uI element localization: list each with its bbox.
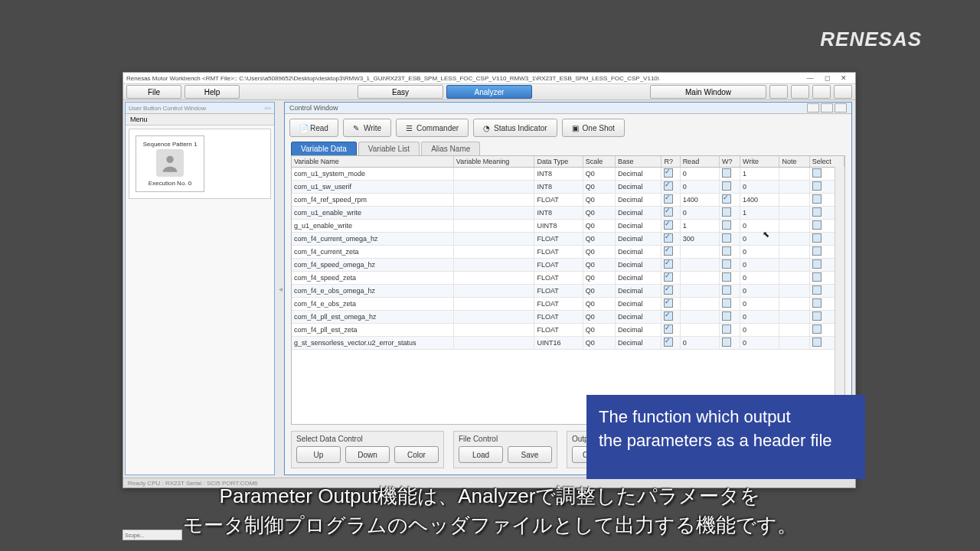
table-row[interactable]: com_f4_pll_est_zetaFLOATQ0Decimal0 (292, 324, 844, 337)
col-read[interactable]: Read (680, 156, 719, 168)
tab-variable-list[interactable]: Variable List (358, 142, 420, 155)
col-name[interactable]: Variable Name (292, 156, 453, 168)
write-button[interactable]: ✎Write (343, 119, 391, 137)
file-menu[interactable]: File (126, 85, 181, 99)
help-menu[interactable]: Help (185, 85, 240, 99)
table-row[interactable]: com_f4_speed_omega_hzFLOATQ0Decimal0 (292, 259, 844, 272)
read-icon: 📄 (299, 124, 307, 132)
status-indicator-button[interactable]: ◔Status Indicator (473, 119, 557, 137)
window-close[interactable]: ✕ (835, 73, 852, 83)
mouse-cursor-icon: ⬉ (763, 230, 769, 240)
execution-number: Execution No. 0 (149, 180, 191, 187)
load-button[interactable]: Load (459, 446, 503, 463)
col-dtype[interactable]: Data Type (534, 156, 583, 168)
grid-scrollbar[interactable] (835, 167, 844, 424)
select-data-control-group: Select Data Control Up Down Color (291, 431, 444, 468)
layout-icon-4[interactable] (834, 85, 852, 99)
down-button[interactable]: Down (345, 446, 390, 463)
analyzer-mode-button[interactable]: Analyzer (446, 85, 532, 99)
fc-label: File Control (459, 435, 552, 443)
table-row[interactable]: g_st_sensorless_vector.u2_error_statusUI… (292, 337, 844, 350)
color-button[interactable]: Color (394, 446, 439, 463)
layout-icon-2[interactable] (791, 85, 809, 99)
table-row[interactable]: com_u1_sw_userifINT8Q0Decimal00 (292, 181, 844, 194)
cw-min[interactable] (807, 103, 819, 112)
file-control-group: File Control Load Save (453, 431, 557, 468)
table-row[interactable]: com_f4_e_obs_zetaFLOATQ0Decimal0 (292, 298, 844, 311)
window-minimize[interactable]: — (802, 73, 818, 83)
main-window-button[interactable]: Main Window (650, 85, 766, 99)
oneshot-icon: ▣ (572, 124, 580, 132)
save-button[interactable]: Save (508, 446, 552, 463)
brand-logo: RENESAS (820, 28, 922, 51)
commander-button[interactable]: ☰Commander (396, 119, 469, 137)
col-rq[interactable]: R? (662, 156, 680, 168)
tab-variable-data[interactable]: Variable Data (291, 142, 357, 155)
table-row[interactable]: com_f4_e_obs_omega_hzFLOATQ0Decimal0 (292, 285, 844, 298)
tab-alias-name[interactable]: Alias Name (421, 142, 480, 155)
callout-line1: The function which output (599, 406, 853, 429)
table-row[interactable]: com_u1_enable_writeINT8Q0Decimal01 (292, 207, 844, 220)
col-wq[interactable]: W? (719, 156, 740, 168)
table-row[interactable]: com_u1_system_modeINT8Q0Decimal01 (292, 168, 844, 181)
cw-max[interactable] (821, 103, 833, 112)
table-row[interactable]: com_f4_current_zetaFLOATQ0Decimal0 (292, 246, 844, 259)
table-row[interactable]: com_f4_current_omega_hzFLOATQ0Decimal300… (292, 233, 844, 246)
window-title: Renesas Motor Workbench <RMT File>:: C:\… (126, 75, 659, 82)
layout-icon-3[interactable] (812, 85, 831, 99)
user-button-control-panel: User Button Control Window▫▫▫ Menu Seque… (125, 102, 275, 475)
subtitle-overlay: Parameter Output機能は、Analyzerで調整したパラメータを … (0, 482, 980, 540)
panel-btn-3[interactable]: ▫ (269, 105, 271, 112)
up-button[interactable]: Up (296, 446, 341, 463)
col-select[interactable]: Select (809, 156, 844, 168)
table-row[interactable]: com_f4_ref_speed_rpmFLOATQ0Decimal140014… (292, 194, 844, 207)
cw-close[interactable] (835, 103, 847, 112)
subtitle-line1: Parameter Output機能は、Analyzerで調整したパラメータを (0, 482, 980, 511)
control-toolbar: 📄Read ✎Write ☰Commander ◔Status Indicato… (285, 114, 851, 142)
table-row[interactable]: com_f4_pll_est_omega_hzFLOATQ0Decimal0 (292, 311, 844, 324)
overlay-callout: The function which output the parameters… (586, 395, 865, 479)
table-row[interactable]: g_u1_enable_writeUINT8Q0Decimal10 (292, 220, 844, 233)
callout-line2: the parameters as a header file (599, 429, 853, 453)
col-note[interactable]: Note (779, 156, 809, 168)
table-row[interactable]: com_f4_speed_zetaFLOATQ0Decimal0 (292, 272, 844, 285)
layout-icon-1[interactable] (769, 85, 788, 99)
col-scale[interactable]: Scale (583, 156, 615, 168)
sequence-pattern-card[interactable]: Sequence Pattern 1 Execution No. 0 (136, 135, 204, 192)
sequence-title: Sequence Pattern 1 (143, 141, 198, 148)
splitter-handle[interactable]: ◂ (276, 100, 284, 477)
svg-point-0 (166, 156, 173, 163)
commander-icon: ☰ (406, 124, 413, 132)
write-icon: ✎ (353, 124, 361, 132)
left-menu[interactable]: Menu (126, 114, 274, 126)
window-maximize[interactable]: ◻ (818, 73, 835, 83)
easy-mode-button[interactable]: Easy (358, 85, 443, 99)
variable-data-grid[interactable]: Variable Name Variable Meaning Data Type… (291, 155, 845, 425)
main-toolbar: File Help Easy Analyzer Main Window (123, 84, 855, 100)
one-shot-button[interactable]: ▣One Shot (562, 119, 625, 137)
status-icon: ◔ (483, 124, 491, 132)
subtitle-line2: モータ制御プログラムのヘッダファイルとして出力する機能です。 (0, 511, 980, 540)
col-meaning[interactable]: Variable Meaning (453, 156, 534, 168)
left-panel-title: User Button Control Window (129, 105, 206, 112)
control-window-title: Control Window (289, 104, 338, 112)
avatar-icon (156, 149, 184, 177)
read-button[interactable]: 📄Read (289, 119, 338, 137)
sdc-label: Select Data Control (296, 435, 439, 443)
window-titlebar: Renesas Motor Workbench <RMT File>:: C:\… (123, 73, 855, 84)
col-base[interactable]: Base (616, 156, 662, 168)
col-write[interactable]: Write (740, 156, 779, 168)
